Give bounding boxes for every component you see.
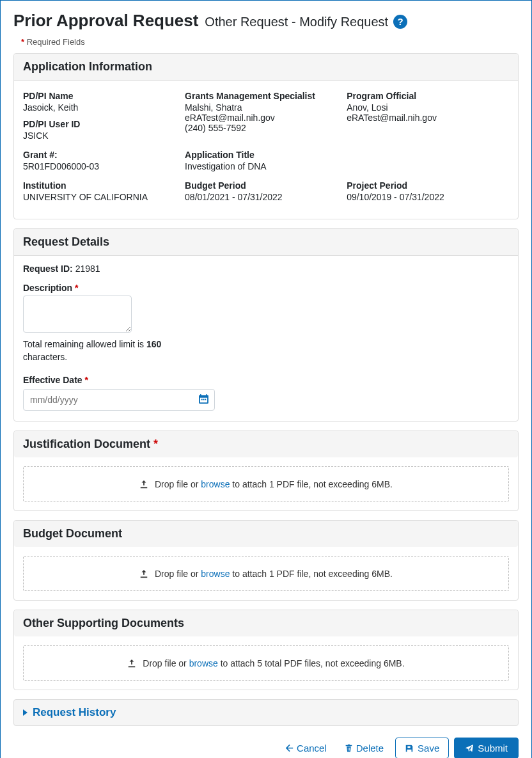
project-period-value: 09/10/2019 - 07/31/2022 (347, 192, 503, 202)
upload-icon (139, 569, 148, 580)
drop-text-suffix: to attach 1 PDF file, not exceeding 6MB. (230, 479, 392, 489)
drop-text-prefix: Drop file or (155, 569, 201, 579)
justification-document-panel: Justification Document * Drop file or br… (13, 430, 519, 511)
browse-link[interactable]: browse (201, 569, 230, 579)
asterisk-icon: * (153, 438, 158, 450)
page-subtitle: Other Request - Modify Request (205, 15, 388, 29)
asterisk-icon: * (84, 375, 88, 385)
request-details-panel: Request Details Request ID: 21981 Descri… (13, 228, 519, 422)
cancel-button[interactable]: Cancel (279, 739, 333, 757)
page-title: Prior Approval Request (13, 11, 198, 31)
save-button[interactable]: Save (395, 738, 449, 758)
submit-button[interactable]: Submit (454, 738, 519, 758)
gms-phone-value: (240) 555-7592 (185, 123, 341, 133)
institution-label: Institution (23, 180, 180, 191)
po-email-value: eRATest@mail.nih.gov (347, 113, 503, 123)
justification-document-title: Justification Document (23, 438, 153, 450)
help-icon[interactable]: ? (393, 15, 407, 29)
trash-icon (345, 744, 353, 752)
drop-text-suffix: to attach 5 total PDF files, not exceedi… (218, 658, 405, 668)
institution-value: UNIVERSITY OF CALIFORNIA (23, 192, 180, 202)
delete-button[interactable]: Delete (338, 739, 390, 757)
application-title-label: Application Title (185, 150, 341, 160)
drop-text-prefix: Drop file or (155, 479, 201, 489)
other-docs-dropzone[interactable]: Drop file or browse to attach 5 total PD… (23, 645, 509, 681)
required-fields-note: * Required Fields (21, 37, 519, 47)
application-information-header: Application Information (14, 54, 518, 81)
application-information-panel: Application Information PD/PI Name Jasoi… (13, 53, 519, 219)
gms-label: Grants Management Specialist (185, 91, 341, 101)
required-fields-text: Required Fields (27, 37, 85, 47)
budget-document-header: Budget Document (14, 521, 518, 547)
drop-text-suffix: to attach 1 PDF file, not exceeding 6MB. (230, 569, 392, 579)
gms-email-value: eRATest@mail.nih.gov (185, 113, 341, 123)
pdpi-name-value: Jasoick, Keith (23, 102, 180, 113)
delete-label: Delete (356, 743, 384, 754)
description-label-text: Description (23, 283, 72, 293)
po-label: Program Official (347, 91, 503, 101)
justification-document-header: Justification Document * (14, 431, 518, 457)
save-icon (405, 744, 414, 753)
asterisk-icon: * (75, 283, 78, 293)
upload-icon (139, 480, 148, 491)
pdpi-userid-label: PD/PI User ID (23, 119, 180, 129)
request-history-title: Request History (33, 706, 116, 719)
effective-date-label-text: Effective Date (23, 375, 82, 385)
application-title-value: Investigation of DNA (185, 161, 341, 171)
other-supporting-documents-panel: Other Supporting Documents Drop file or … (13, 610, 519, 690)
po-name-value: Anov, Losi (347, 102, 503, 113)
arrow-left-icon (285, 744, 293, 752)
budget-dropzone[interactable]: Drop file or browse to attach 1 PDF file… (23, 556, 509, 591)
hint-suffix: characters. (23, 352, 67, 362)
action-bar: Cancel Delete Save Submit (13, 738, 519, 758)
justification-dropzone[interactable]: Drop file or browse to attach 1 PDF file… (23, 466, 509, 501)
gms-name-value: Malshi, Shatra (185, 102, 341, 113)
paper-plane-icon (465, 744, 474, 753)
request-history-toggle[interactable]: Request History (13, 699, 519, 726)
description-hint: Total remaining allowed limit is 160 cha… (23, 338, 164, 363)
request-id-row: Request ID: 21981 (23, 264, 509, 274)
budget-document-panel: Budget Document Drop file or browse to a… (13, 520, 519, 601)
submit-label: Submit (478, 743, 508, 754)
project-period-label: Project Period (347, 180, 503, 191)
budget-period-label: Budget Period (185, 180, 341, 191)
browse-link[interactable]: browse (189, 658, 218, 668)
budget-period-value: 08/01/2021 - 07/31/2022 (185, 192, 341, 202)
hint-prefix: Total remaining allowed limit is (23, 339, 146, 349)
effective-date-input[interactable] (23, 389, 215, 411)
grant-number-value: 5R01FD006000-03 (23, 161, 180, 171)
description-label: Description * (23, 283, 509, 293)
request-id-label: Request ID: (23, 264, 73, 274)
other-supporting-documents-header: Other Supporting Documents (14, 610, 518, 636)
asterisk-icon: * (21, 37, 24, 47)
request-id-value: 21981 (75, 264, 100, 274)
drop-text-prefix: Drop file or (143, 658, 189, 668)
upload-icon (127, 659, 136, 670)
save-label: Save (418, 743, 439, 754)
description-input[interactable] (23, 296, 132, 333)
browse-link[interactable]: browse (201, 479, 230, 489)
pdpi-userid-value: JSICK (23, 130, 180, 141)
cancel-label: Cancel (297, 743, 327, 754)
caret-right-icon (23, 709, 27, 716)
hint-count: 160 (146, 339, 161, 349)
page-heading: Prior Approval Request Other Request - M… (13, 11, 519, 33)
request-details-header: Request Details (14, 229, 518, 256)
effective-date-label: Effective Date * (23, 375, 509, 385)
pdpi-name-label: PD/PI Name (23, 91, 180, 101)
grant-number-label: Grant #: (23, 150, 180, 160)
